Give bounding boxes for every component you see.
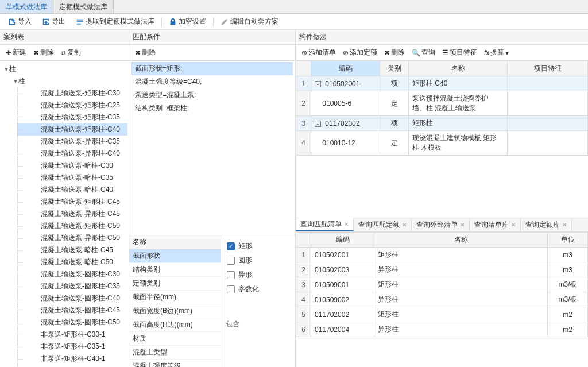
delete-practice-button[interactable]: ✖删除	[382, 47, 407, 59]
close-icon[interactable]: ✕	[460, 222, 465, 228]
checkbox-icon[interactable]	[227, 285, 235, 293]
shape-option[interactable]: 异形	[226, 268, 291, 282]
extract-button[interactable]: 提取到定额模式做法库	[72, 16, 158, 28]
attribute-row[interactable]: 截面高度(H边)(mm)	[129, 318, 220, 332]
delete-cond-button[interactable]: ✖删除	[133, 47, 158, 59]
table-row[interactable]: 3010509001矩形柱m3/根	[296, 277, 588, 292]
query-tab[interactable]: 查询清单库✕	[470, 218, 521, 231]
cell-name[interactable]: 现浇混凝土建筑物模板 矩形柱 木模板	[409, 131, 508, 156]
export-button[interactable]: 导出	[38, 16, 69, 28]
cell-feature[interactable]	[508, 91, 588, 116]
shape-option[interactable]: 参数化	[226, 282, 291, 296]
cell-code[interactable]: 010502001	[311, 248, 374, 262]
cell-code[interactable]: 010509001	[311, 277, 374, 292]
tab-simple-mode[interactable]: 单模式做法库	[0, 0, 53, 13]
tree-root[interactable]: ▾柱	[1, 63, 127, 75]
tab-quota-mode[interactable]: 定额模式做法库	[53, 0, 114, 13]
cell-name[interactable]: 矩形柱 C40	[409, 76, 508, 91]
cell-unit[interactable]: m3/根	[548, 292, 588, 307]
cell-code[interactable]: - 010502001	[311, 76, 380, 91]
cell-code[interactable]: 011702002	[311, 307, 374, 322]
tree-item[interactable]: 混凝土输送泵-矩形柱-C50	[17, 220, 127, 232]
tree-item[interactable]: 混凝土输送泵-矩形柱-C30	[17, 87, 127, 99]
checkbox-icon[interactable]	[227, 271, 235, 279]
col-name[interactable]: 名称	[409, 61, 508, 76]
import-button[interactable]: 导入	[5, 16, 35, 28]
tree-item[interactable]: 混凝土输送泵-圆形柱-C50	[17, 316, 127, 329]
cell-feature[interactable]	[508, 116, 588, 131]
col-feature[interactable]: 项目特征	[508, 61, 588, 76]
tree-item[interactable]: 混凝土输送泵-异形柱-C35	[17, 136, 127, 148]
cell-name[interactable]: 矩形柱	[374, 248, 548, 262]
delete-button[interactable]: ✖删除	[31, 47, 56, 59]
col-code[interactable]: 编码	[311, 61, 380, 76]
tree-item[interactable]: 非泵送-矩形柱-C35-1	[17, 341, 127, 353]
table-row[interactable]: 1010502001矩形柱m3	[296, 248, 588, 262]
checkbox-icon[interactable]: ✓	[227, 242, 235, 250]
tree-item[interactable]: 混凝土输送泵-圆形柱-C35	[17, 280, 127, 292]
tree-item[interactable]: 混凝土输送泵-暗柱-C35	[17, 172, 127, 184]
attribute-row[interactable]: 截面半径(mm)	[129, 291, 220, 304]
table-row[interactable]: 4 010010-12定现浇混凝土建筑物模板 矩形柱 木模板	[296, 131, 588, 156]
close-icon[interactable]: ✕	[562, 222, 567, 228]
table-row[interactable]: 4010509002异形柱m3/根	[296, 292, 588, 307]
cell-unit[interactable]: m3	[548, 248, 588, 262]
cell-name[interactable]: 异形柱	[374, 322, 548, 337]
cell-name[interactable]: 矩形柱	[374, 277, 548, 292]
cell-code[interactable]: 010502003	[311, 262, 374, 277]
tree-item[interactable]: 混凝土输送泵-矩形柱-C40	[17, 123, 127, 136]
collapse-icon[interactable]: ▾	[13, 77, 18, 85]
tree-item[interactable]: 混凝土输送泵-圆形柱-C30	[17, 268, 127, 280]
table-row[interactable]: 2 010005-6定泵送预拌混凝土浇捣养护 墙、柱 混凝土输送泵	[296, 91, 588, 116]
cell-type[interactable]: 项	[380, 116, 409, 131]
cell-name[interactable]: 矩形柱	[374, 307, 548, 322]
attribute-row[interactable]: 材质	[129, 332, 220, 346]
cell-code[interactable]: 010010-12	[311, 131, 380, 156]
tree-item[interactable]: 混凝土输送泵-矩形柱-C35	[17, 111, 127, 123]
copy-button[interactable]: ⧉复制	[59, 47, 83, 59]
tree-item[interactable]: 混凝土输送泵-矩形柱-C25	[17, 99, 127, 111]
tree-group[interactable]: ▾柱	[1, 75, 127, 87]
table-row[interactable]: 6011702004异形柱m2	[296, 322, 588, 337]
cell-name[interactable]: 异形柱	[374, 292, 548, 307]
cell-name[interactable]: 泵送预拌混凝土浇捣养护 墙、柱 混凝土输送泵	[409, 91, 508, 116]
cell-code[interactable]: 010005-6	[311, 91, 380, 116]
tree-item[interactable]: 非泵送-矩形柱-C45-1	[17, 365, 127, 367]
shape-option[interactable]: 圆形	[226, 253, 291, 268]
condition-row[interactable]: 截面形状=矩形;	[131, 62, 293, 75]
cell-type[interactable]: 定	[380, 131, 409, 156]
query-tab[interactable]: 查询匹配清单✕	[296, 218, 354, 231]
query-grid[interactable]: 编码 名称 单位 1010502001矩形柱m32010502003异形柱m33…	[296, 232, 588, 337]
attribute-row[interactable]: 截面宽度(B边)(mm)	[129, 304, 220, 318]
query-tab[interactable]: 查询外部清单✕	[412, 218, 470, 231]
cell-code[interactable]: 011702004	[311, 322, 374, 337]
collapse-icon[interactable]: ▾	[3, 65, 9, 73]
tree-item[interactable]: 混凝土输送泵-异形柱-C50	[17, 232, 127, 244]
cell-code[interactable]: - 011702002	[311, 116, 380, 131]
cell-code[interactable]: 010509002	[311, 292, 374, 307]
cell-unit[interactable]: m2	[548, 322, 588, 337]
attribute-row[interactable]: 截面形状	[129, 249, 220, 263]
tree-item[interactable]: 混凝土输送泵-暗柱-C40	[17, 184, 127, 196]
expand-icon[interactable]: -	[315, 81, 321, 87]
tree-item[interactable]: 混凝土输送泵-暗柱-C50	[17, 256, 127, 268]
condition-row[interactable]: 结构类别=框架柱;	[131, 102, 293, 115]
edit-auto-button[interactable]: 编辑自动套方案	[217, 16, 282, 28]
practice-grid[interactable]: 编码 类别 名称 项目特征 1- 010502001项矩形柱 C402 0100…	[296, 61, 588, 156]
cell-unit[interactable]: m3/根	[548, 277, 588, 292]
col-name[interactable]: 名称	[374, 233, 548, 248]
tree-item[interactable]: 混凝土输送泵-矩形柱-C45	[17, 196, 127, 208]
tree-item[interactable]: 非泵送-矩形柱-C40-1	[17, 353, 127, 365]
feature-button[interactable]: ☰项目特征	[440, 47, 479, 59]
col-code[interactable]: 编码	[311, 233, 374, 248]
table-row[interactable]: 5011702002矩形柱m2	[296, 307, 588, 322]
attribute-row[interactable]: 混凝土类型	[129, 346, 220, 360]
tree-item[interactable]: 混凝土输送泵-暗柱-C45	[17, 244, 127, 256]
tree-item[interactable]: 混凝土输送泵-圆形柱-C45	[17, 304, 127, 316]
checkbox-icon[interactable]	[227, 257, 235, 265]
cell-feature[interactable]	[508, 131, 588, 156]
tree-item[interactable]: 混凝土输送泵-暗柱-C30	[17, 160, 127, 172]
add-quota-button[interactable]: ⊕添加定额	[341, 47, 380, 59]
cell-type[interactable]: 项	[380, 76, 409, 91]
cell-unit[interactable]: m2	[548, 307, 588, 322]
